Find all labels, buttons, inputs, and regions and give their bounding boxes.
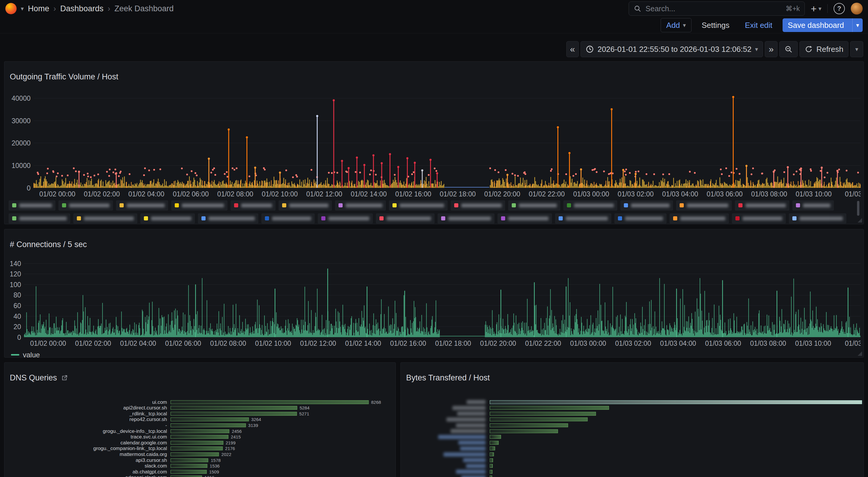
legend-item-redacted[interactable] — [318, 213, 373, 224]
legend-item-redacted[interactable] — [58, 200, 113, 211]
org-switcher-chevron-down-icon[interactable]: ▾ — [21, 6, 24, 11]
x-tick-label: 01/03 04:00 — [660, 340, 696, 347]
legend-color-swatch — [379, 216, 383, 220]
external-link-icon[interactable] — [61, 375, 68, 381]
legend-item-redacted[interactable] — [261, 213, 315, 224]
legend-item-redacted[interactable] — [140, 213, 195, 224]
grafana-logo-icon[interactable] — [5, 3, 17, 14]
dns-bar — [170, 400, 369, 404]
breadcrumb-item[interactable]: Dashboards — [60, 4, 103, 13]
time-range-picker[interactable]: 2026-01-01 22:55:50 to 2026-01-03 12:06:… — [581, 41, 763, 57]
help-icon[interactable]: ? — [834, 3, 845, 14]
refresh-interval-caret[interactable]: ▾ — [850, 41, 863, 57]
legend-item-redacted[interactable] — [732, 213, 786, 224]
legend-item-redacted[interactable] — [670, 213, 729, 224]
legend-item-redacted[interactable] — [230, 200, 276, 211]
bytes-bar — [490, 406, 609, 410]
legend-item-redacted[interactable] — [438, 213, 495, 224]
zoom-out-button[interactable] — [779, 41, 798, 57]
panel-dns-queries: DNS Queries ui.com8268api2direct.cursor.… — [4, 362, 396, 477]
avatar[interactable] — [851, 3, 863, 14]
dns-row: -3139 — [4, 422, 396, 429]
breadcrumb-item[interactable]: Zeek Dashboard — [115, 4, 174, 13]
legend-item-redacted[interactable] — [614, 213, 666, 224]
add-button[interactable]: Add ▾ — [661, 18, 691, 32]
traffic-y-axis: 010000200003000040000 — [6, 93, 33, 188]
exit-edit-button[interactable]: Exit edit — [740, 19, 778, 32]
legend-item-redacted[interactable] — [508, 200, 560, 211]
legend-item-redacted[interactable] — [116, 200, 168, 211]
panel-resize-handle[interactable] — [858, 351, 862, 356]
panel-title[interactable]: DNS Queries — [4, 369, 396, 382]
x-tick-label: 01/02 04:00 — [120, 340, 156, 347]
dns-query-label: api2direct.cursor.sh — [4, 405, 170, 410]
save-dashboard-button[interactable]: Save dashboard ▾ — [782, 19, 863, 32]
legend-color-swatch — [793, 216, 797, 220]
dns-query-count: 5284 — [300, 406, 309, 410]
legend-color-swatch — [738, 203, 743, 207]
dns-bar — [170, 470, 207, 474]
x-tick-label: 01/02 10:00 — [255, 340, 291, 347]
x-tick-label: 01/02 08:00 — [210, 340, 246, 347]
legend-series-label[interactable]: value — [23, 351, 40, 357]
dns-query-count: 2415 — [231, 435, 241, 439]
dns-query-count: 1536 — [210, 464, 219, 468]
legend-color-swatch — [512, 203, 516, 207]
connections-legend: value — [4, 347, 864, 357]
legend-color-swatch — [175, 203, 179, 207]
legend-item-redacted[interactable] — [451, 200, 505, 211]
refresh-button-label: Refresh — [816, 45, 843, 54]
dns-query-count: 8268 — [371, 400, 381, 404]
panel-title[interactable]: Outgoing Traffic Volume / Host — [4, 68, 864, 81]
legend-item-redacted[interactable] — [279, 200, 332, 211]
panel-resize-handle[interactable] — [858, 218, 862, 223]
legend-item-redacted[interactable] — [676, 200, 732, 211]
traffic-timeseries-canvas[interactable] — [33, 93, 861, 188]
x-tick-label: 01/02 00:00 — [30, 340, 66, 347]
legend-item-redacted[interactable] — [73, 213, 137, 224]
legend-item-redacted[interactable] — [9, 200, 56, 211]
legend-label-redacted — [680, 216, 725, 220]
legend-label-redacted — [151, 216, 191, 220]
legend-item-redacted[interactable] — [620, 200, 673, 211]
legend-item-redacted[interactable] — [389, 200, 447, 211]
time-shift-back-button[interactable]: « — [566, 41, 579, 57]
legend-item-redacted[interactable] — [555, 213, 611, 224]
time-shift-forward-button[interactable]: » — [765, 41, 777, 57]
x-tick-label: 01/03 02:00 — [615, 340, 651, 347]
plus-icon: + — [811, 3, 817, 14]
legend-item-redacted[interactable] — [563, 200, 617, 211]
search-bar[interactable]: ⌘+k — [629, 1, 805, 16]
breadcrumb-item[interactable]: Home — [28, 4, 49, 13]
settings-button[interactable]: Settings — [696, 19, 735, 32]
dns-bar — [170, 406, 297, 410]
dns-query-label: trace.svc.ui.com — [4, 434, 170, 439]
dns-query-count: 3139 — [248, 423, 258, 428]
legend-item-redacted[interactable] — [335, 200, 386, 211]
y-tick-label: 20 — [13, 323, 21, 331]
legend-item-redacted[interactable] — [497, 213, 552, 224]
search-input[interactable] — [645, 4, 782, 13]
new-menu-button[interactable]: + ▾ — [811, 3, 822, 14]
legend-item-redacted[interactable] — [171, 200, 227, 211]
legend-item-redacted[interactable] — [735, 200, 789, 211]
panel-title[interactable]: Bytes Transfered / Host — [401, 369, 864, 382]
save-dashboard-caret[interactable]: ▾ — [852, 19, 863, 32]
legend-item-redacted[interactable] — [198, 213, 258, 224]
dns-query-label: ab.chatgpt.com — [4, 469, 170, 474]
x-tick-label: 01/03 04:00 — [662, 190, 698, 198]
legend-color-swatch — [12, 203, 16, 207]
dns-row: grogu._companion-link._tcp.local2176 — [4, 446, 396, 451]
connections-timeseries-canvas[interactable] — [24, 260, 861, 337]
legend-item-redacted[interactable] — [376, 213, 435, 224]
refresh-button[interactable]: Refresh — [800, 41, 848, 57]
legend-scrollbar[interactable] — [857, 201, 859, 216]
panel-title[interactable]: # Connections / 5 sec — [4, 236, 864, 249]
legend-item-redacted[interactable] — [9, 213, 70, 224]
dns-query-label: api3.cursor.sh — [4, 458, 170, 463]
dns-query-count: 3264 — [251, 417, 261, 421]
legend-label-redacted — [687, 204, 728, 207]
legend-item-redacted[interactable] — [789, 213, 846, 224]
dns-bar-gauge: ui.com8268api2direct.cursor.sh5284_rdlin… — [4, 399, 396, 477]
legend-item-redacted[interactable] — [793, 200, 834, 211]
